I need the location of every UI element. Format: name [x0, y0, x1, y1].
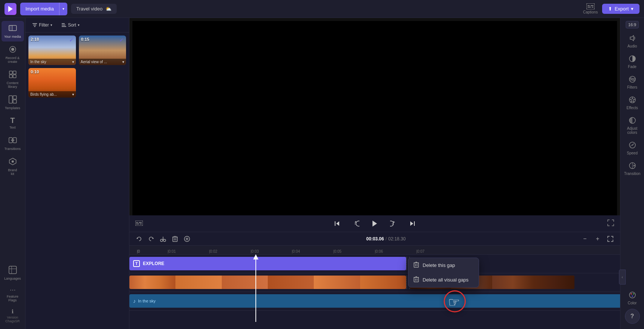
- right-tool-transition[interactable]: Transition: [622, 159, 643, 179]
- zoom-out-button[interactable]: −: [580, 234, 590, 244]
- right-tool-audio[interactable]: Audio: [622, 31, 643, 51]
- svg-point-80: [633, 79, 634, 81]
- svg-rect-3: [591, 5, 594, 6]
- birds-dropdown-arrow[interactable]: ▾: [72, 92, 74, 96]
- captions-button[interactable]: Captions: [583, 3, 598, 14]
- delete-gap-label: Delete this gap: [423, 262, 455, 268]
- media-item-birds[interactable]: 0:10 Birds flying ab... ▾: [28, 68, 76, 98]
- birds-duration: 0:10: [31, 70, 39, 74]
- adjust-colors-label: Adjustcolors: [627, 126, 638, 135]
- sky-dropdown-arrow[interactable]: ▾: [72, 60, 74, 64]
- svg-point-95: [633, 293, 634, 295]
- sidebar-item-feature-flags[interactable]: ⋯ FeatureFlags: [1, 284, 24, 305]
- media-item-sky[interactable]: 2:18 ✓ In the sky ▾: [28, 36, 76, 65]
- app-logo: [4, 3, 16, 15]
- project-title[interactable]: Travel video ⛅: [71, 4, 117, 14]
- undo-button[interactable]: [134, 234, 144, 244]
- add-to-timeline-button[interactable]: [182, 234, 192, 244]
- color-tool-icon: [629, 291, 636, 300]
- delete-all-gaps-label: Delete all visual gaps: [423, 277, 469, 283]
- right-tool-effects[interactable]: Effects: [622, 93, 643, 113]
- play-button[interactable]: [369, 218, 380, 229]
- captions-toggle-button[interactable]: [135, 221, 143, 227]
- help-button[interactable]: ?: [625, 309, 640, 324]
- svg-marker-43: [372, 221, 377, 227]
- skip-to-end-button[interactable]: [407, 218, 418, 229]
- sky-label-text: In the sky: [30, 60, 46, 64]
- skip-to-start-button[interactable]: [332, 218, 343, 229]
- collapse-right-sidebar-button[interactable]: ‹: [619, 270, 626, 285]
- right-tool-color[interactable]: Color: [622, 288, 643, 308]
- templates-label: Templates: [5, 106, 20, 110]
- aspect-ratio-badge[interactable]: 16:9: [626, 21, 639, 28]
- explore-clip[interactable]: T EXPLORE: [129, 257, 406, 270]
- expand-timeline-button[interactable]: [605, 234, 616, 244]
- media-item-aerial[interactable]: 0:15 ✓ Aerial view of ... ▾: [79, 36, 126, 65]
- svg-rect-2: [588, 5, 590, 6]
- audio-clip[interactable]: ♪ In the sky: [129, 294, 620, 308]
- film-cell: [268, 276, 314, 289]
- delete-gap-item[interactable]: Delete this gap: [408, 258, 479, 273]
- preview-controls: 5 5: [129, 215, 620, 232]
- right-tool-filters[interactable]: Filters: [622, 73, 643, 92]
- cut-button[interactable]: [158, 234, 168, 244]
- main-layout: Your media Record &create Contentlibra: [0, 18, 644, 329]
- video-canvas: [132, 21, 617, 215]
- topbar: Import media ▾ Travel video ⛅ Captions ⬆…: [0, 0, 644, 18]
- export-button[interactable]: ⬆ Export ▾: [602, 4, 640, 14]
- sidebar-item-version[interactable]: ℹ VersionChagsSR: [1, 306, 24, 326]
- video-clip-1[interactable]: [129, 276, 406, 289]
- redo-button[interactable]: [146, 234, 156, 244]
- delete-gap-icon: [414, 262, 419, 269]
- ruler-mark-0-04: |0:04: [292, 249, 300, 253]
- audio-track-content: ♪ In the sky: [129, 292, 620, 310]
- svg-point-94: [631, 293, 632, 295]
- speaker-icon: [629, 34, 636, 42]
- version-label: VersionChagsSR: [5, 316, 20, 323]
- sidebar-item-languages[interactable]: Languages: [1, 263, 24, 283]
- topbar-left: Import media ▾ Travel video ⛅: [4, 3, 117, 15]
- right-tool-adjust-colors[interactable]: Adjustcolors: [622, 114, 643, 138]
- svg-marker-0: [8, 6, 13, 12]
- right-tool-speed[interactable]: Speed: [622, 138, 643, 158]
- fullscreen-icon: [607, 219, 614, 226]
- sky-label-bar: In the sky ▾: [28, 59, 76, 65]
- track-row-audio: ♪ In the sky: [129, 292, 620, 311]
- video-track-content: [129, 273, 620, 292]
- sort-button[interactable]: Sort ▾: [58, 21, 83, 29]
- sidebar-item-record-create[interactable]: Record &create: [1, 42, 24, 67]
- import-media-button[interactable]: Import media ▾: [20, 3, 67, 15]
- import-dropdown-arrow[interactable]: ▾: [59, 3, 67, 15]
- filter-button[interactable]: Filter ▾: [29, 21, 55, 29]
- forward-button[interactable]: 5: [388, 218, 399, 229]
- sidebar-item-transitions[interactable]: Transitions: [1, 133, 24, 154]
- svg-rect-39: [335, 221, 335, 226]
- captions-icon: [586, 3, 595, 9]
- filter-arrow: ▾: [50, 23, 52, 27]
- delete-button[interactable]: [170, 234, 180, 244]
- svg-marker-22: [11, 139, 12, 141]
- fade-icon: [629, 55, 636, 62]
- zoom-in-button[interactable]: +: [592, 234, 603, 244]
- delete-all-gaps-item[interactable]: Delete all visual gaps: [408, 273, 479, 287]
- sort-arrow: ▾: [78, 23, 80, 27]
- export-dropdown-arrow[interactable]: ▾: [631, 6, 634, 12]
- aerial-dropdown-arrow[interactable]: ▾: [122, 60, 124, 64]
- svg-rect-1: [586, 3, 595, 9]
- right-tool-fade[interactable]: Fade: [622, 52, 643, 72]
- aerial-duration: 0:15: [81, 37, 89, 41]
- timeline-tools-left: [134, 234, 192, 244]
- rewind-button[interactable]: 5: [350, 218, 362, 229]
- sidebar-item-templates[interactable]: Templates: [1, 92, 24, 113]
- birds-label-bar: Birds flying ab... ▾: [28, 91, 76, 98]
- sidebar-item-text[interactable]: T Text: [1, 114, 24, 132]
- sidebar-item-your-media[interactable]: Your media: [1, 21, 24, 41]
- sidebar-item-content-library[interactable]: Contentlibrary: [1, 67, 24, 92]
- timeline-ruler[interactable]: |0 |0:01 |0:02 |0:03 |0:04 |0:05 |0:06 |…: [129, 246, 620, 255]
- trash-icon: [414, 262, 419, 268]
- sidebar-item-brand-kit[interactable]: Brandkit: [1, 154, 24, 179]
- svg-point-96: [632, 295, 633, 297]
- svg-marker-47: [410, 221, 413, 226]
- fullscreen-button[interactable]: [607, 219, 614, 228]
- captions-label: Captions: [583, 10, 598, 14]
